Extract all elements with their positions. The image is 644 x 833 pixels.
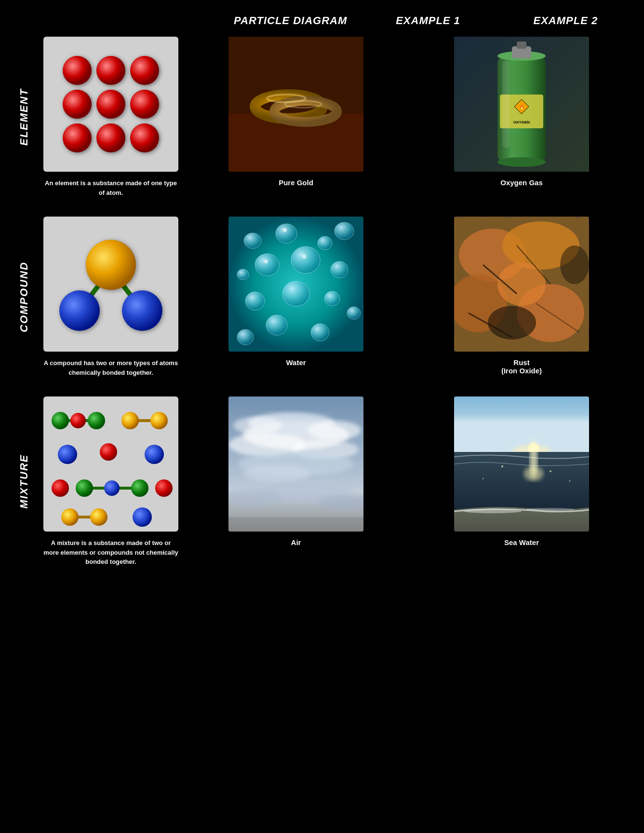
svg-point-38 (255, 254, 279, 276)
svg-rect-26 (502, 61, 510, 148)
compound-example2-image (454, 217, 589, 352)
svg-point-108 (569, 480, 571, 482)
element-example1-image (228, 37, 363, 172)
svg-point-105 (501, 465, 503, 467)
svg-point-30 (59, 290, 100, 331)
svg-point-78 (131, 479, 148, 497)
svg-point-49 (302, 254, 307, 259)
svg-point-82 (90, 508, 107, 526)
element-example2-label: Oxygen Gas (500, 178, 543, 187)
oxygen-svg: 🔥 OXYGEN (454, 37, 589, 172)
element-description: An element is a substance made of one ty… (43, 178, 178, 197)
svg-point-33 (244, 233, 261, 248)
svg-point-83 (133, 507, 152, 527)
air-svg (228, 396, 363, 532)
compound-section: COMPOUND (10, 217, 634, 377)
svg-point-5 (130, 90, 159, 119)
svg-point-50 (283, 228, 287, 232)
svg-point-41 (245, 292, 265, 310)
svg-point-37 (237, 269, 249, 280)
svg-point-81 (61, 508, 79, 526)
header-example1: EXAMPLE 1 (359, 14, 496, 27)
mixture-example1-cell: Air (183, 396, 409, 567)
element-example1-cell: Pure Gold (183, 37, 409, 197)
svg-point-47 (237, 329, 254, 345)
header-row: PARTICLE DIAGRAM EXAMPLE 1 EXAMPLE 2 (10, 14, 634, 27)
water-svg (228, 217, 363, 352)
svg-point-106 (550, 470, 551, 472)
mixture-diagram-box (43, 396, 178, 532)
svg-rect-100 (454, 452, 589, 510)
header-example2: EXAMPLE 2 (497, 14, 634, 27)
svg-point-0 (63, 56, 92, 85)
compound-example2-label: Rust (Iron Oxide) (501, 358, 542, 375)
svg-point-89 (233, 417, 282, 434)
mixture-example2-image (454, 396, 589, 532)
mixture-label: MIXTURE (10, 396, 39, 567)
element-diagram-cell: An element is a substance made of one ty… (39, 37, 183, 197)
svg-point-42 (282, 281, 309, 306)
svg-point-90 (308, 421, 361, 440)
compound-diagram-box (43, 217, 178, 352)
svg-point-65 (52, 412, 69, 429)
svg-point-36 (335, 222, 354, 240)
compound-example1-cell: Water (183, 217, 409, 377)
svg-point-34 (276, 224, 297, 243)
svg-point-71 (58, 445, 77, 464)
svg-point-69 (121, 412, 139, 429)
element-example1-label: Pure Gold (279, 178, 313, 187)
svg-point-79 (155, 479, 173, 497)
svg-text:🔥: 🔥 (519, 104, 525, 110)
svg-point-31 (122, 290, 162, 331)
mixture-example1-label: Air (291, 538, 301, 546)
svg-point-48 (264, 259, 268, 263)
svg-point-35 (318, 236, 332, 250)
svg-point-45 (311, 324, 329, 341)
compound-example1-image (228, 217, 363, 352)
svg-point-4 (96, 90, 125, 119)
svg-text:OXYGEN: OXYGEN (513, 120, 530, 124)
svg-point-76 (76, 479, 93, 497)
rust-svg (454, 217, 589, 352)
mixture-description: A mixture is a substance made of two or … (43, 538, 178, 567)
mixture-example1-image (228, 396, 363, 532)
svg-point-70 (150, 412, 168, 429)
svg-point-29 (86, 240, 136, 290)
header-particle-diagram: PARTICLE DIAGRAM (222, 14, 359, 27)
svg-point-7 (96, 123, 125, 152)
svg-point-72 (100, 443, 117, 461)
compound-diagram-cell: A compound has two or more types of atom… (39, 217, 183, 377)
svg-point-63 (560, 246, 589, 284)
compound-description: A compound has two or more types of atom… (43, 358, 178, 377)
svg-point-43 (324, 291, 340, 306)
mixture-example2-label: Sea Water (504, 538, 539, 546)
svg-point-46 (347, 307, 361, 319)
sea-svg (454, 396, 589, 532)
svg-point-62 (488, 306, 536, 340)
svg-point-77 (104, 480, 120, 496)
element-particle-svg (48, 41, 174, 167)
svg-point-102 (524, 466, 543, 481)
svg-point-107 (483, 478, 484, 479)
svg-point-2 (130, 56, 159, 85)
svg-rect-96 (228, 517, 363, 532)
compound-label: COMPOUND (10, 217, 39, 377)
mixture-section: MIXTURE (10, 396, 634, 567)
element-label: ELEMENT (10, 37, 39, 197)
svg-point-3 (63, 90, 92, 119)
svg-point-74 (52, 479, 69, 497)
element-example2-cell: 🔥 OXYGEN Oxygen Gas (409, 37, 634, 197)
element-example2-image: 🔥 OXYGEN (454, 37, 589, 172)
compound-particle-svg (48, 221, 174, 347)
element-diagram-box (43, 37, 178, 172)
svg-point-103 (464, 509, 522, 513)
svg-point-6 (63, 123, 92, 152)
element-section: ELEMENT (10, 37, 634, 197)
svg-point-92 (243, 465, 310, 482)
svg-point-1 (96, 56, 125, 85)
gold-rings-svg (228, 37, 363, 172)
svg-point-40 (331, 261, 348, 278)
mixture-diagram-cell: A mixture is a substance made of two or … (39, 396, 183, 567)
svg-point-19 (497, 157, 546, 167)
svg-point-39 (291, 246, 320, 273)
